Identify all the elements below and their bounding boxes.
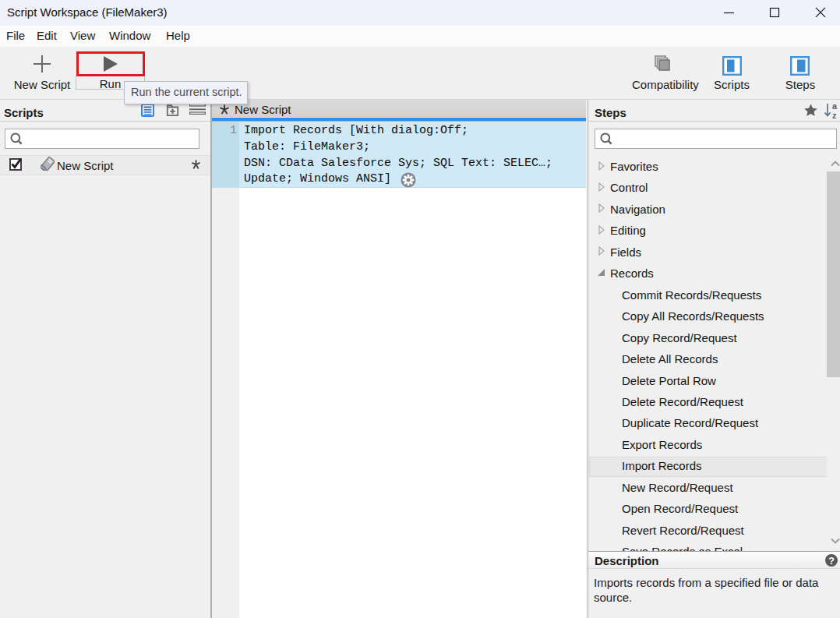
svg-text:z: z xyxy=(832,111,837,119)
svg-text:a: a xyxy=(832,102,838,111)
svg-text:?: ? xyxy=(828,556,835,567)
